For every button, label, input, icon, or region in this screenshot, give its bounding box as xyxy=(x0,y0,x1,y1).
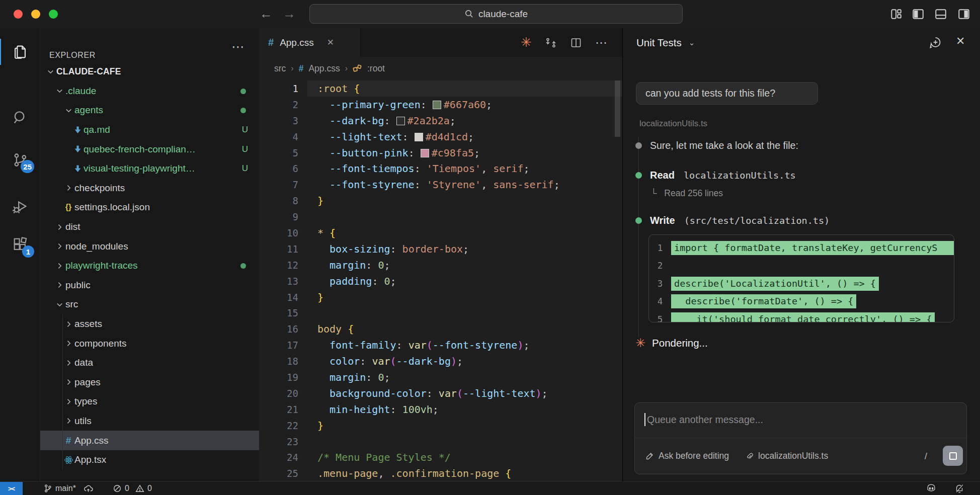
nav-back-button[interactable]: ← xyxy=(258,6,275,22)
window-minimize-button[interactable] xyxy=(31,10,40,19)
claude-code-icon[interactable]: ✳ xyxy=(521,35,532,50)
tree-item-app-css[interactable]: #App.css xyxy=(40,431,259,450)
tree-item-src[interactable]: src xyxy=(40,295,259,314)
chevron-right-icon[interactable] xyxy=(53,281,65,289)
window-zoom-button[interactable] xyxy=(49,10,58,19)
toggle-secondary-sidebar-icon[interactable] xyxy=(957,8,970,21)
chevron-right-icon[interactable] xyxy=(62,339,74,348)
remote-indicator[interactable]: >< xyxy=(0,482,23,495)
window-close-button[interactable] xyxy=(14,10,23,19)
code-line-13[interactable]: 13 padding: 0; xyxy=(259,273,622,289)
message-input[interactable]: Queue another message... xyxy=(644,413,763,426)
chevron-down-icon[interactable] xyxy=(53,87,65,95)
color-swatch[interactable] xyxy=(396,117,405,125)
breadcrumb-src[interactable]: src xyxy=(274,63,286,74)
breadcrumb[interactable]: src › # App.css › :root xyxy=(274,57,385,80)
git-branch-item[interactable]: main* xyxy=(43,482,94,495)
open-changes-icon[interactable] xyxy=(545,37,557,49)
code-line-4[interactable]: 4 --light-text: #d4d1cd; xyxy=(259,129,622,145)
code-line-14[interactable]: 14} xyxy=(259,289,622,305)
tree-item-pages[interactable]: pages xyxy=(40,373,259,392)
tree-item-quebec-french-complian-[interactable]: quebec-french-complian…U xyxy=(40,139,259,159)
notifications-item[interactable] xyxy=(954,482,965,495)
tab-app-css[interactable]: # App.css ✕ xyxy=(259,28,360,57)
tree-item-assets[interactable]: assets xyxy=(40,314,259,334)
chevron-right-icon[interactable] xyxy=(53,242,65,251)
chevron-right-icon[interactable] xyxy=(62,417,74,425)
editor-more-actions-icon[interactable]: ⋯ xyxy=(595,36,607,50)
breadcrumb-symbol[interactable]: :root xyxy=(367,63,385,74)
problems-item[interactable]: 0 0 xyxy=(113,482,152,495)
code-line-3[interactable]: 3 --dark-bg: #2a2b2a; xyxy=(259,113,622,129)
chevron-right-icon[interactable] xyxy=(62,359,74,367)
chevron-right-icon[interactable] xyxy=(62,184,74,192)
chevron-down-icon[interactable] xyxy=(44,67,56,76)
stop-button[interactable] xyxy=(943,446,963,466)
tree-item-agents[interactable]: agents xyxy=(40,101,259,120)
tree-item--claude[interactable]: .claude xyxy=(40,81,259,101)
tree-item-visual-testing-playwright-[interactable]: visual-testing-playwright…U xyxy=(40,159,259,179)
extensions-view-icon[interactable]: 1 xyxy=(0,228,40,261)
breadcrumb-file[interactable]: App.css xyxy=(308,63,340,74)
code-line-10[interactable]: 10* { xyxy=(259,225,622,241)
chevron-down-icon[interactable] xyxy=(53,300,65,309)
code-line-5[interactable]: 5 --button-pink: #c98fa5; xyxy=(259,145,622,161)
code-line-12[interactable]: 12 margin: 0; xyxy=(259,257,622,273)
color-swatch[interactable] xyxy=(421,149,429,157)
tree-item-app-tsx[interactable]: App.tsx xyxy=(40,450,259,470)
search-view-icon[interactable] xyxy=(0,102,40,134)
command-center-search[interactable]: claude-cafe xyxy=(309,4,683,24)
code-line-20[interactable]: 20 background-color: var(--light-text); xyxy=(259,385,622,401)
code-line-21[interactable]: 21 min-height: 100vh; xyxy=(259,401,622,418)
copilot-status-item[interactable] xyxy=(926,482,937,495)
code-line-2[interactable]: 2 --primary-green: #667a60; xyxy=(259,97,622,113)
new-chat-icon[interactable] xyxy=(929,36,942,49)
chevron-right-icon[interactable] xyxy=(62,378,74,386)
chevron-down-icon[interactable]: ⌄ xyxy=(689,38,695,47)
toggle-panel-icon[interactable] xyxy=(934,8,947,21)
code-line-24[interactable]: 24/* Menu Page Styles */ xyxy=(259,449,622,465)
tree-item-dist[interactable]: dist xyxy=(40,217,259,237)
chevron-right-icon[interactable] xyxy=(62,397,74,406)
tree-item-playwright-traces[interactable]: playwright-traces xyxy=(40,256,259,276)
code-line-15[interactable]: 15 xyxy=(259,305,622,321)
code-line-16[interactable]: 16body { xyxy=(259,321,622,337)
editor-scrollbar[interactable] xyxy=(615,80,620,137)
attached-file-chip[interactable]: localizationUtils.ts xyxy=(745,451,828,461)
chevron-down-icon[interactable] xyxy=(62,106,74,115)
tab-close-icon[interactable]: ✕ xyxy=(327,37,334,48)
chevron-right-icon[interactable] xyxy=(53,262,65,270)
tree-item-data[interactable]: data xyxy=(40,353,259,373)
code-line-1[interactable]: 1:root { xyxy=(259,80,622,97)
code-editor[interactable]: 1:root {2 --primary-green: #667a60;3 --d… xyxy=(259,80,622,481)
code-line-19[interactable]: 19 margin: 0; xyxy=(259,369,622,385)
code-line-9[interactable]: 9 xyxy=(259,209,622,225)
code-line-18[interactable]: 18 color: var(--dark-bg); xyxy=(259,353,622,369)
tree-item-qa-md[interactable]: qa.mdU xyxy=(40,120,259,140)
chat-title[interactable]: Unit Tests xyxy=(636,37,682,49)
color-swatch[interactable] xyxy=(415,133,423,141)
nav-forward-button[interactable]: → xyxy=(281,6,298,22)
run-debug-view-icon[interactable] xyxy=(0,190,40,222)
code-line-25[interactable]: 25.menu-page, .confirmation-page { xyxy=(259,465,622,481)
code-line-17[interactable]: 17 font-family: var(--font-styrene); xyxy=(259,337,622,353)
chevron-right-icon[interactable] xyxy=(62,320,74,328)
tree-item-public[interactable]: public xyxy=(40,276,259,295)
read-tool-row[interactable]: Read localizationUtils.ts xyxy=(623,170,965,181)
slash-commands-hint[interactable]: / xyxy=(925,451,927,462)
code-line-6[interactable]: 6 --font-tiempos: 'Tiempos', serif; xyxy=(259,160,622,177)
tree-item-components[interactable]: components xyxy=(40,334,259,353)
close-panel-icon[interactable]: ✕ xyxy=(956,35,965,48)
tree-item-node-modules[interactable]: node_modules xyxy=(40,236,259,256)
code-line-7[interactable]: 7 --font-styrene: 'Styrene', sans-serif; xyxy=(259,177,622,193)
write-tool-row[interactable]: Write (src/test/localization.ts) xyxy=(623,215,965,226)
explorer-more-actions-icon[interactable]: ⋯ xyxy=(231,39,244,55)
tree-item-checkpoints[interactable]: checkpoints xyxy=(40,179,259,198)
tree-item-settings-local-json[interactable]: {}settings.local.json xyxy=(40,198,259,217)
customize-layout-icon[interactable] xyxy=(889,8,903,21)
chat-input-container[interactable]: Queue another message... Ask before edit… xyxy=(634,402,967,474)
color-swatch[interactable] xyxy=(433,101,441,109)
toggle-primary-sidebar-icon[interactable] xyxy=(912,8,925,21)
edit-mode-selector[interactable]: Ask before editing xyxy=(645,451,729,461)
explorer-view-icon[interactable] xyxy=(0,36,40,68)
